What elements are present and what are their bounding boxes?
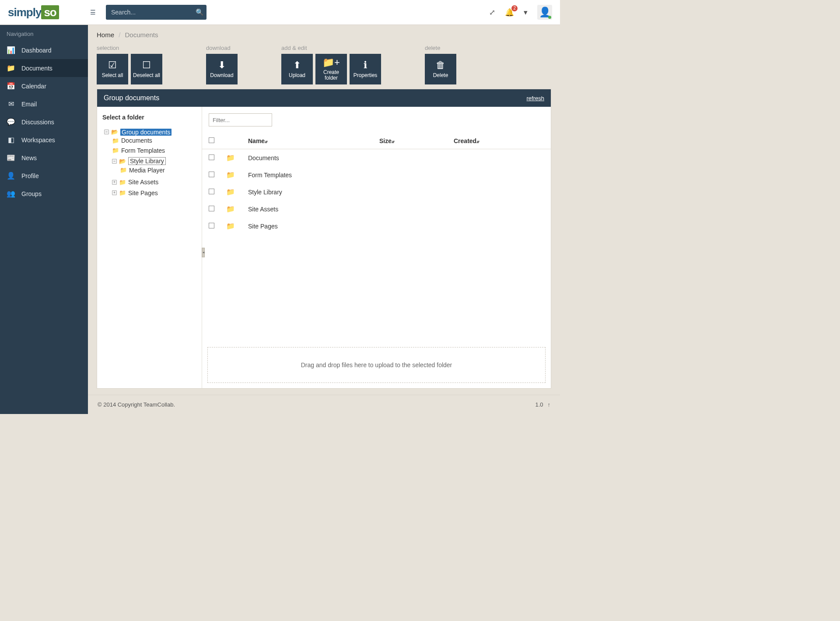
nav-label: Workspaces: [21, 137, 55, 144]
nav-label: Calendar: [21, 83, 46, 90]
folder-open-icon: 📂: [119, 158, 126, 165]
tree-item-form-templates[interactable]: 📁 Form Templates: [112, 147, 165, 154]
scroll-top-icon[interactable]: ↑: [548, 401, 551, 408]
tree-item-media-player[interactable]: 📁 Media Player: [120, 167, 165, 174]
nav-section-title: Navigation: [0, 25, 88, 41]
search-icon: 🔍: [196, 8, 204, 16]
tool-icon: ⬇: [218, 60, 226, 70]
sidebar-item-documents[interactable]: 📁Documents: [0, 59, 88, 77]
folder-open-icon: 📂: [111, 129, 118, 135]
sidebar-item-groups[interactable]: 👥Groups: [0, 185, 88, 203]
breadcrumb-home[interactable]: Home: [97, 31, 114, 39]
tree-item-documents[interactable]: 📁 Documents: [112, 137, 152, 144]
tool-icon: 🗑: [436, 60, 445, 70]
tree-label: Form Templates: [121, 147, 165, 154]
nav-icon: ✉: [7, 100, 15, 108]
documents-panel: Group documents refresh Select a folder …: [97, 89, 551, 389]
folder-icon: 📁: [226, 188, 235, 196]
row-checkbox[interactable]: [209, 206, 214, 211]
tree-item-style-library[interactable]: − 📂 Style Library: [112, 157, 166, 165]
tool-properties[interactable]: ℹProperties: [350, 54, 381, 84]
table-row[interactable]: 📁 Style Library: [202, 183, 551, 200]
breadcrumb: Home / Documents: [88, 25, 560, 45]
tool-label: Download: [210, 73, 233, 78]
tool-label: Select all: [102, 73, 123, 78]
sidebar-item-dashboard[interactable]: 📊Dashboard: [0, 41, 88, 59]
tree-label: Group documents: [120, 129, 172, 136]
plus-icon[interactable]: +: [112, 190, 117, 195]
sidebar-item-calendar[interactable]: 📅Calendar: [0, 77, 88, 95]
search-button[interactable]: 🔍: [193, 8, 206, 16]
nav-icon: 💬: [7, 118, 15, 126]
nav-label: Discussions: [21, 119, 54, 126]
row-checkbox[interactable]: [209, 223, 214, 228]
presence-dot-icon: [548, 16, 551, 19]
file-list-pane: Name Size Created 📁 Documents 📁 Form Tem…: [202, 107, 551, 388]
tool-group-selection: selection ☑Select all☐Deselect all: [97, 45, 162, 84]
tree-item-site-assets[interactable]: + 📁 Site Assets: [112, 179, 158, 186]
tree-label: Documents: [121, 137, 152, 144]
upload-dropzone[interactable]: Drag and drop files here to upload to th…: [207, 347, 546, 383]
column-created[interactable]: Created: [454, 137, 528, 144]
minus-icon[interactable]: −: [112, 159, 117, 164]
folder-icon: 📁: [226, 222, 235, 230]
tool-download[interactable]: ⬇Download: [206, 54, 238, 84]
tree-title: Select a folder: [102, 114, 196, 121]
folder-icon: 📁: [226, 205, 235, 213]
tree-label: Site Assets: [128, 179, 158, 186]
sidebar-item-email[interactable]: ✉Email: [0, 95, 88, 113]
panel-header: Group documents refresh: [97, 89, 551, 107]
tool-icon: ☐: [142, 60, 151, 70]
select-all-checkbox[interactable]: [209, 137, 214, 143]
notifications-icon[interactable]: 🔔2: [505, 8, 514, 17]
column-name[interactable]: Name: [248, 137, 379, 144]
row-checkbox[interactable]: [209, 172, 214, 177]
column-size[interactable]: Size: [379, 137, 454, 144]
minus-icon[interactable]: −: [104, 130, 109, 134]
tree-item-site-pages[interactable]: + 📁 Site Pages: [112, 189, 158, 196]
tool-group-title: delete: [425, 45, 456, 51]
logo-text-b: so: [41, 5, 59, 19]
row-checkbox[interactable]: [209, 154, 214, 160]
sidebar-item-news[interactable]: 📰News: [0, 149, 88, 167]
sidebar-item-discussions[interactable]: 💬Discussions: [0, 113, 88, 131]
tool-upload[interactable]: ⬆Upload: [281, 54, 313, 84]
logo[interactable]: simplyso: [8, 6, 69, 19]
table-row[interactable]: 📁 Site Pages: [202, 218, 551, 235]
table-header: Name Size Created: [202, 133, 551, 149]
tool-select-all[interactable]: ☑Select all: [97, 54, 128, 84]
nav-label: Groups: [21, 190, 42, 197]
sidebar-item-profile[interactable]: 👤Profile: [0, 167, 88, 185]
tree-item-root[interactable]: − 📂 Group documents: [104, 129, 172, 136]
filter-input[interactable]: [209, 113, 272, 126]
sidebar-item-workspaces[interactable]: ◧Workspaces: [0, 131, 88, 149]
nav-label: Documents: [21, 65, 52, 72]
tool-delete[interactable]: 🗑Delete: [425, 54, 456, 84]
refresh-link[interactable]: refresh: [527, 95, 544, 102]
notification-badge: 2: [511, 5, 518, 11]
row-name: Style Library: [248, 189, 379, 196]
row-checkbox[interactable]: [209, 189, 214, 194]
expand-icon[interactable]: ⤢: [489, 8, 495, 17]
pane-splitter[interactable]: ◂: [202, 248, 205, 257]
row-name: Documents: [248, 154, 379, 161]
sidebar-toggle-icon[interactable]: ☰: [88, 9, 98, 16]
footer-version: 1.0: [535, 401, 543, 408]
tool-create-folder[interactable]: 📁+Create folder: [315, 54, 347, 84]
tool-group-download: download ⬇Download: [206, 45, 238, 84]
tool-deselect-all[interactable]: ☐Deselect all: [131, 54, 162, 84]
footer-copyright: © 2014 Copyright TeamCollab.: [98, 401, 175, 408]
toolbar: selection ☑Select all☐Deselect all downl…: [88, 45, 560, 89]
table-row[interactable]: 📁 Documents: [202, 149, 551, 166]
table-row[interactable]: 📁 Site Assets: [202, 200, 551, 218]
user-avatar[interactable]: 👤: [537, 5, 552, 20]
nav-icon: 📁: [7, 64, 15, 72]
folder-tree-pane: Select a folder − 📂 Group documents 📁 Do…: [97, 107, 202, 388]
tree-label: Site Pages: [128, 189, 158, 196]
plus-icon[interactable]: +: [112, 180, 117, 185]
tool-icon: ⬆: [293, 60, 301, 70]
table-row[interactable]: 📁 Form Templates: [202, 166, 551, 183]
dropdown-caret-icon[interactable]: ▾: [524, 8, 528, 17]
folder-icon: 📁: [112, 137, 119, 144]
search-input[interactable]: [106, 9, 193, 16]
